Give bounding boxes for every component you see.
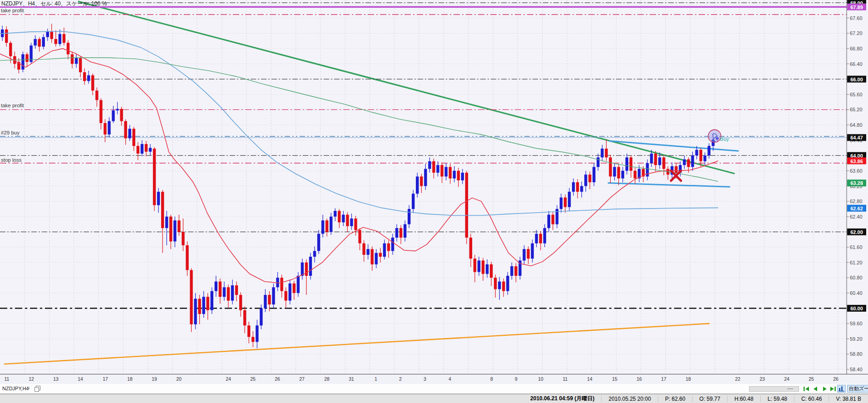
candle — [362, 244, 365, 255]
time-tick-label: 11 — [563, 376, 568, 382]
candle — [256, 325, 258, 342]
candle — [9, 43, 12, 56]
candle — [399, 228, 402, 238]
candle — [239, 295, 242, 310]
candle — [691, 155, 694, 167]
time-tick-label: 26 — [833, 376, 838, 382]
candle — [215, 282, 217, 291]
trendlines[interactable] — [5, 1, 738, 364]
candle — [617, 167, 620, 178]
candle — [523, 249, 525, 260]
candle — [461, 173, 464, 180]
candle — [317, 234, 320, 251]
candle — [465, 173, 468, 238]
price-tick-label: 58.80 — [850, 351, 863, 357]
candle — [219, 282, 222, 297]
candle — [543, 228, 546, 244]
candle — [449, 167, 451, 178]
tab-nzdjpy-h4[interactable]: NZDJPY,H4 — [2, 386, 29, 391]
tab-close-icon[interactable]: × — [27, 385, 30, 391]
candle — [305, 263, 308, 276]
status-cell: P: 62.60 — [658, 396, 692, 402]
time-tick-label: 9 — [515, 376, 518, 382]
candle — [87, 75, 90, 81]
price-tick-label: 63.60 — [850, 168, 863, 174]
price-tick-label: 59.60 — [850, 321, 863, 326]
candle — [609, 157, 612, 176]
candle — [440, 165, 443, 176]
buy-marker-label: Buy — [720, 136, 729, 142]
candle — [387, 244, 390, 251]
go-first-button[interactable] — [803, 386, 810, 392]
status-bar: 2010.06.21 04:59 (月曜日)2010.05.25 20:00P:… — [0, 394, 868, 403]
candle — [482, 260, 484, 274]
candle — [375, 253, 378, 264]
candle — [280, 278, 283, 291]
candle — [284, 291, 287, 301]
candle — [38, 39, 40, 47]
time-tick-label: 25 — [809, 376, 814, 382]
candle — [444, 167, 447, 176]
candle — [502, 282, 505, 291]
price-chart[interactable]: 68.0067.6067.2066.8066.4066.0065.6065.20… — [0, 0, 868, 374]
zoom-out-button[interactable]: — — [787, 385, 793, 392]
candle — [675, 166, 677, 173]
time-axis[interactable]: 1112131417181920242526272831123489101114… — [0, 374, 868, 384]
candle — [186, 245, 188, 270]
candle — [112, 110, 114, 121]
price-tick-label: 59.20 — [850, 336, 863, 342]
time-tick-label: 18 — [127, 376, 133, 382]
candle — [54, 39, 57, 44]
time-tick-label: 12 — [29, 376, 34, 382]
candle — [547, 215, 550, 228]
auto-zoom-button[interactable]: 自動ズーム — [847, 385, 868, 393]
candle — [391, 238, 394, 251]
candle — [169, 217, 172, 242]
candle — [260, 308, 262, 326]
price-badge-label: 63.86 — [850, 159, 863, 164]
candle — [531, 244, 533, 259]
candle — [137, 146, 139, 154]
candle — [207, 297, 209, 310]
time-tick-label: 26 — [275, 376, 280, 382]
step-forward-button[interactable] — [821, 386, 829, 392]
candle — [371, 249, 374, 264]
time-tick-label: 16 — [636, 376, 642, 382]
price-badge-label: 60.00 — [850, 306, 863, 311]
candle — [354, 219, 357, 230]
time-tick-label: 19 — [152, 376, 157, 382]
chart-style-icon[interactable] — [837, 385, 846, 393]
candle — [231, 285, 234, 301]
candle — [178, 220, 180, 232]
time-tick-label: 2 — [399, 376, 402, 382]
candle — [395, 228, 398, 238]
price-badge-label: 62.00 — [850, 229, 863, 235]
candle — [358, 230, 361, 243]
candle — [42, 37, 45, 47]
time-tick-label: 14 — [78, 376, 83, 382]
time-tick-label: 8 — [490, 376, 493, 382]
candle — [704, 155, 706, 161]
candle — [486, 264, 488, 274]
time-tick-label: 17 — [103, 376, 108, 382]
candle — [297, 276, 300, 293]
candle — [683, 159, 686, 165]
buy-order-label: #29 buy — [1, 130, 20, 135]
candle — [568, 192, 571, 207]
price-tick-label: 62.40 — [850, 214, 863, 219]
candle — [605, 149, 607, 157]
candle — [576, 182, 579, 192]
time-tick-label: 24 — [784, 376, 789, 382]
duplicate-window-icon[interactable] — [35, 386, 40, 391]
candle — [654, 154, 657, 165]
go-last-button[interactable] — [829, 386, 837, 392]
candle — [247, 325, 250, 337]
time-tick-label: 31 — [349, 376, 354, 382]
step-back-button[interactable] — [812, 386, 819, 392]
time-tick-label: 1 — [375, 376, 377, 382]
price-tick-label: 66.40 — [850, 61, 863, 67]
price-axis[interactable]: 68.0067.6067.2066.8066.4066.0065.6065.20… — [847, 0, 866, 374]
candle — [63, 34, 65, 43]
candle — [498, 282, 501, 289]
candle — [223, 287, 226, 297]
